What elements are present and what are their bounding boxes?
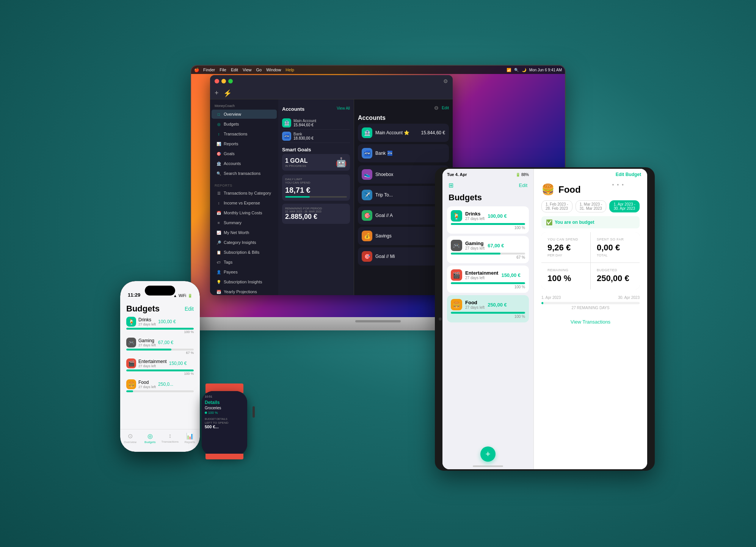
menubar-file[interactable]: File: [220, 68, 226, 72]
iphone-budget-drinks[interactable]: 🍹 Drinks 27 days left 100,00 € 100 %: [126, 317, 194, 334]
account-item-bank[interactable]: 🏧 Bank 18.830,00 €: [282, 130, 350, 143]
battery-icon: 🔋: [188, 294, 192, 298]
iphone-time: 11:29: [128, 292, 140, 298]
menubar-finder[interactable]: Finder: [203, 68, 215, 72]
iphone-budget-ent-header: 🎬 Entertainment 27 days left 150,00 €: [126, 358, 194, 368]
ipad-budget-edit-btn[interactable]: Edit: [519, 182, 527, 188]
ipad-screen: Tue 4. Apr 🔋 88% ⊞ Edit Budgets: [442, 169, 647, 469]
ipad-ent-amount: 150,00 €: [501, 272, 521, 278]
sidebar-monthly-living[interactable]: 📅 Monthly Living Costs: [212, 208, 277, 217]
ipad-period-tabs: 1. Feb 2023 - 28. Feb 2023 1. Mar 2023 -…: [534, 199, 647, 216]
minimize-button[interactable]: [221, 79, 226, 83]
iphone-edit-btn[interactable]: Edit: [185, 306, 194, 312]
sidebar-item-reports[interactable]: 📊 Reports: [212, 139, 277, 148]
overview-panel-header: Accounts View All: [282, 103, 350, 113]
main-card-name: Main Account ⭐: [375, 130, 418, 135]
accounts-edit-btn[interactable]: Edit: [442, 105, 449, 110]
close-button[interactable]: [215, 79, 219, 83]
mac-menubar: 🍎 Finder File Edit View Go Window Help 📶…: [191, 66, 565, 74]
maximize-button[interactable]: [228, 79, 233, 83]
ipad-budget-food[interactable]: 🍔 Food 27 days left 250,00 € 100 %: [447, 295, 529, 322]
drinks-budget-icon: 🍹: [126, 317, 136, 327]
mac-app-window: ⚙ + ⚡ MoneyCoach □ Overview: [210, 75, 453, 295]
menubar-view[interactable]: View: [243, 68, 252, 72]
watch-pct-dot: [205, 412, 207, 414]
main-account-card[interactable]: 🏦 Main Account ⭐ 15.844,60 €: [358, 124, 449, 142]
sidebar-item-transactions[interactable]: ↕ Transactions: [212, 129, 277, 138]
ipad-view-transactions-btn[interactable]: View Transactions: [534, 319, 647, 325]
drinks-budget-bar-fill: [126, 328, 194, 330]
sidebar-item-accounts[interactable]: 🏦 Accounts: [212, 159, 277, 168]
bank-account-card[interactable]: 🏧 Bank 🏧: [358, 144, 449, 162]
sidebar-payees[interactable]: 👤 Payees: [212, 267, 277, 277]
menubar-go[interactable]: Go: [256, 68, 262, 72]
toolbar-add-icon[interactable]: +: [215, 89, 219, 97]
ipad-stat-can-spend: You can spend 9,26 € PER DAY: [541, 232, 590, 262]
minus-icon: ⊖: [434, 105, 439, 111]
sidebar-item-search[interactable]: 🔍 Search transactions: [212, 169, 277, 178]
iphone-budget-gaming[interactable]: 🎮 Gaming 27 days left 67,00 € 67 %: [126, 338, 194, 355]
iphone-budget-entertainment[interactable]: 🎬 Entertainment 27 days left 150,00 € 10…: [126, 358, 194, 376]
ipad-stat-spent-far: Spent so far 0,00 € TOTAL: [591, 232, 640, 262]
main-account-icon: 🏦: [282, 118, 291, 127]
sidebar-item-budgets[interactable]: ◎ Budgets: [212, 119, 277, 129]
menubar-window[interactable]: Window: [266, 68, 281, 72]
watch-title: Details: [205, 400, 244, 405]
bank-account-info: Bank 18.830,00 €: [293, 132, 350, 140]
ipad-on-budget-badge: ✅ You are on budget: [541, 216, 640, 228]
ipad-period-tab-feb[interactable]: 1. Feb 2023 - 28. Feb 2023: [541, 200, 572, 212]
ipad-period-tab-apr[interactable]: 1. Apr 2023 - 30. Apr 2023: [609, 200, 640, 212]
control-center-icon[interactable]: 🌙: [522, 68, 526, 72]
sidebar-subscription-bills[interactable]: 📋 Subscription & Bills: [212, 248, 277, 257]
sidebar-category-insights[interactable]: 🔎 Category Insights: [212, 238, 277, 247]
iphone-tab-budgets[interactable]: ◎ Budgets: [140, 432, 160, 444]
income-icon: ↕: [216, 200, 221, 206]
ipad-budget-entertainment[interactable]: 🎬 Entertainment 27 days left 150,00 € 10…: [447, 266, 529, 293]
mac-overview-panel: Accounts View All 🏦 Main Account 15.844,…: [278, 99, 354, 295]
gear-icon[interactable]: ⚙: [443, 78, 448, 84]
ipad-drinks-days: 27 days left: [465, 217, 485, 221]
sidebar-income-vs-expense[interactable]: ↕ Income vs Expense: [212, 198, 277, 207]
ipad-drinks-name: Drinks: [465, 211, 485, 217]
ipad-ent-pct: 100 %: [451, 285, 525, 289]
ipad-gaming-bar-fill: [451, 253, 500, 255]
goal-badge[interactable]: 1 GOAL IN PROGRESS 🤖: [282, 154, 350, 171]
ipad-budget-gaming[interactable]: 🎮 Gaming 27 days left 67,00 € 67 %: [447, 236, 529, 263]
sidebar-net-worth[interactable]: 📈 My Net Worth: [212, 228, 277, 237]
sidebar-tags[interactable]: 🏷 Tags: [212, 258, 277, 267]
goal-a-name: Goal // A: [375, 213, 441, 218]
daily-limit-amount: 18,71 €: [285, 186, 347, 195]
iphone-tab-overview[interactable]: ⊙ Overview: [120, 432, 140, 444]
menubar-edit[interactable]: Edit: [231, 68, 238, 72]
summary-icon: ≡: [216, 220, 221, 225]
ipad-budget-food-header: 🍔 Food 27 days left 250,00 €: [451, 299, 525, 310]
account-item-main[interactable]: 🏦 Main Account 15.844,60 €: [282, 116, 350, 130]
search-icon[interactable]: 🔍: [514, 68, 519, 72]
ipad-period-tab-mar[interactable]: 1. Mar 2023 - 31. Mar 2023: [576, 200, 607, 212]
toolbar-lightning-icon[interactable]: ⚡: [223, 89, 232, 97]
main-card-icon: 🏦: [362, 127, 372, 138]
menubar-help[interactable]: Help: [285, 68, 294, 72]
sidebar-yearly-projections[interactable]: 📆 Yearly Projections: [212, 287, 277, 295]
sidebar-item-goals[interactable]: 🎯 Goals: [212, 149, 277, 158]
ipad-budget-gaming-header: 🎮 Gaming 27 days left 67,00 €: [451, 240, 525, 251]
trans-cat-label: Transactions by Category: [224, 191, 271, 195]
watch-remaining-amount: 500 €...: [205, 424, 244, 429]
iphone-budget-food[interactable]: 🍔 Food 27 days left 250,0...: [126, 379, 194, 392]
view-all-link[interactable]: View All: [337, 106, 350, 110]
ipad-camera: [439, 318, 442, 321]
iphone-tab-transactions[interactable]: ↕ Transactions: [160, 432, 180, 443]
sidebar-item-overview[interactable]: □ Overview: [212, 110, 277, 119]
ipad-grid-icon[interactable]: ⊞: [449, 182, 453, 189]
shoebox-icon: 👟: [362, 169, 372, 180]
ipad-budget-drinks[interactable]: 🍹 Drinks 27 days left 100,00 € 100 %: [447, 206, 529, 234]
ipad-detail-edit-btn[interactable]: Edit Budget: [616, 172, 641, 177]
ipad-add-budget-btn[interactable]: +: [480, 446, 496, 462]
sidebar-subscription-insights[interactable]: 💡 Subscription Insights: [212, 277, 277, 286]
drinks-budget-bar: [126, 328, 194, 330]
sidebar-summary[interactable]: ≡ Summary: [212, 218, 277, 227]
sidebar-transactions-by-category[interactable]: ☰ Transactions by Category: [212, 189, 277, 198]
iphone-budget-gaming-header: 🎮 Gaming 27 days left 67,00 €: [126, 338, 194, 347]
ipad-gaming-pct: 67 %: [451, 255, 525, 259]
iphone: 11:29 ▲ WiFi 🔋 Budgets Edit 🍹: [120, 281, 200, 452]
